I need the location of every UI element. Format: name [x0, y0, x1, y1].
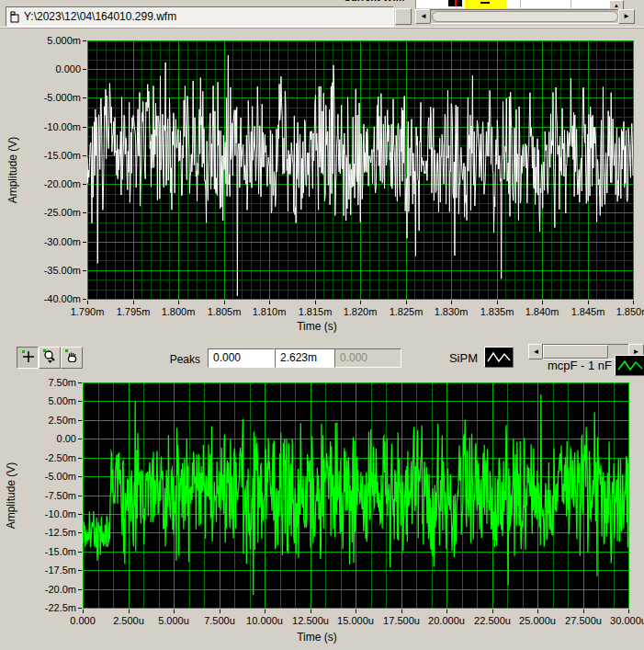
y-tick-label: -12.5m — [21, 527, 76, 538]
legend-mcpf-waveform-icon[interactable] — [615, 355, 644, 376]
graph-palette-zoom-button[interactable] — [39, 347, 61, 369]
x-tick-label: 17.500u — [377, 615, 426, 626]
y-tick-mark — [83, 299, 86, 300]
x-tick-label: 1.800m — [153, 306, 203, 317]
x-tick-label: 1.820m — [335, 306, 385, 317]
x-tick-mark — [83, 610, 84, 613]
y-tick-mark — [78, 532, 82, 533]
y-tick-mark — [78, 608, 82, 609]
y-tick-label: -7.50m — [21, 490, 76, 501]
y-tick-label: 5.00m — [21, 395, 76, 406]
x-tick-mark — [633, 301, 634, 304]
peaks-label: Peaks — [136, 353, 200, 366]
legend-sipm-waveform-icon[interactable] — [484, 347, 514, 368]
y-tick-mark — [83, 40, 86, 41]
x-tick-label: 1.850m — [608, 306, 644, 317]
graph-palette-pan-button[interactable] — [61, 347, 83, 369]
y-tick-label: -22.5m — [21, 602, 76, 613]
x-tick-label: 1.830m — [426, 306, 476, 317]
y-tick-mark — [78, 496, 82, 496]
legend-sipm-label: SiPM — [424, 351, 478, 365]
x-tick-label: 1.835m — [472, 306, 522, 317]
x-tick-label: 20.000u — [422, 615, 471, 626]
y-tick-mark — [78, 458, 82, 459]
x-tick-mark — [133, 301, 134, 304]
x-tick-mark — [269, 301, 270, 304]
x-tick-label: 1.805m — [199, 306, 249, 317]
x-tick-label: 5.000u — [149, 615, 198, 626]
y-tick-label: -15.0m — [21, 546, 76, 557]
x-tick-mark — [451, 301, 452, 304]
y-tick-label: -30.00m — [26, 236, 81, 247]
x-tick-label: 10.000u — [240, 615, 289, 626]
graph-palette-cursor-button[interactable] — [17, 347, 39, 369]
peak-value-field-1[interactable]: 0.000 — [208, 348, 275, 368]
plot-scrollbar-thumb[interactable] — [543, 345, 608, 359]
y-tick-mark — [83, 212, 86, 213]
bottom-y-axis-label: Amplitude (V) — [5, 462, 17, 530]
y-tick-mark — [78, 514, 82, 515]
x-tick-mark — [315, 301, 316, 304]
top-waveform-plot[interactable] — [87, 40, 634, 300]
scope-viewer-window: { "window": { "bg": "#d4d0c8" }, "header… — [0, 0, 644, 650]
y-tick-label: -20.0m — [21, 584, 76, 595]
bottom-waveform-plot[interactable] — [83, 382, 629, 609]
x-tick-label: 2.500u — [104, 615, 153, 626]
x-tick-label: 1.790m — [62, 306, 112, 317]
x-tick-mark — [537, 610, 538, 613]
y-tick-label: -15.00m — [26, 150, 81, 161]
x-tick-mark — [265, 610, 266, 613]
y-tick-label: -35.00m — [26, 265, 81, 276]
crosshair-cursor-icon — [19, 351, 36, 367]
y-tick-mark — [78, 570, 82, 571]
x-tick-mark — [178, 301, 179, 304]
legend-mcpf-label: mcpF - 1 nF — [531, 359, 612, 372]
y-tick-label: 7.50m — [21, 377, 76, 388]
x-tick-label: 1.840m — [517, 306, 567, 317]
x-tick-mark — [224, 301, 225, 304]
x-tick-mark — [356, 610, 356, 613]
x-tick-label: 7.500u — [195, 615, 244, 626]
peak-value-field-2[interactable]: 2.623m — [275, 348, 337, 368]
pan-hand-icon — [63, 351, 80, 367]
x-tick-label: 0.000 — [58, 615, 107, 626]
y-tick-label: 0.000 — [26, 63, 81, 74]
zoom-magnifier-icon — [41, 351, 58, 367]
top-y-axis-label: Amplitude (V) — [6, 137, 19, 204]
x-tick-mark — [129, 610, 130, 613]
y-tick-mark — [83, 97, 86, 98]
x-tick-label: 1.815m — [290, 306, 340, 317]
y-tick-label: -10.00m — [26, 121, 81, 132]
x-tick-mark — [583, 610, 584, 613]
y-tick-label: -10.0m — [21, 508, 76, 519]
y-tick-mark — [78, 589, 82, 590]
y-tick-mark — [83, 270, 86, 271]
y-tick-mark — [78, 552, 82, 553]
x-tick-label: 30.000u — [604, 615, 644, 626]
x-tick-label: 1.795m — [108, 306, 158, 317]
x-tick-mark — [446, 610, 447, 613]
x-tick-mark — [588, 301, 589, 304]
peak-value-field-3-disabled: 0.000 — [334, 348, 401, 368]
x-tick-label: 1.845m — [563, 306, 613, 317]
x-tick-mark — [360, 301, 361, 304]
y-tick-mark — [78, 420, 82, 421]
y-tick-mark — [83, 184, 86, 185]
y-tick-mark — [78, 401, 82, 402]
x-tick-label: 22.500u — [468, 615, 517, 626]
x-tick-label: 27.500u — [559, 615, 608, 626]
x-tick-label: 15.000u — [331, 615, 380, 626]
y-tick-label: -25.00m — [26, 207, 81, 218]
y-tick-mark — [78, 476, 82, 477]
y-tick-label: 2.50m — [21, 415, 76, 426]
y-tick-mark — [83, 127, 86, 128]
x-tick-label: 1.810m — [244, 306, 294, 317]
x-tick-mark — [174, 610, 175, 613]
x-tick-mark — [542, 301, 543, 304]
x-tick-mark — [220, 610, 220, 613]
charts-area: Amplitude (V) Time (s) Amplitude (V) Tim… — [0, 0, 644, 650]
bottom-x-axis-label: Time (s) — [0, 631, 634, 644]
y-tick-label: -5.000m — [26, 92, 81, 103]
y-tick-label: -40.00m — [26, 293, 81, 304]
x-tick-mark — [492, 610, 493, 613]
